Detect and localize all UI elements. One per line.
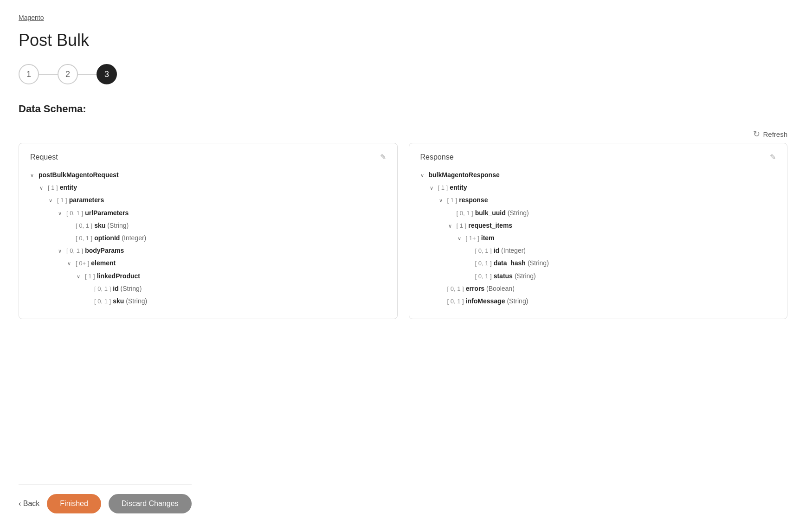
section-title: Data Schema: <box>19 103 787 115</box>
request-edit-icon[interactable]: ✎ <box>380 153 386 161</box>
tree-row: ∨ [ 1 ] request_items <box>420 219 776 232</box>
tree-row: ∨ [ 1+ ] item <box>420 232 776 244</box>
tree-row: [ 0, 1 ] id (Integer) <box>420 244 776 257</box>
tree-row: [ 0, 1 ] infoMessage (String) <box>420 295 776 308</box>
breadcrumb-link[interactable]: Magento <box>19 14 44 21</box>
tree-row: [ 0, 1 ] optionId (Integer) <box>30 232 386 244</box>
refresh-button[interactable]: ↻ Refresh <box>753 129 787 139</box>
finished-button[interactable]: Finished <box>47 494 101 513</box>
panels-row: Request ✎ ∨ postBulkMagentoRequest ∨ [ 1… <box>19 143 787 319</box>
tree-row: ∨ [ 1 ] entity <box>30 181 386 194</box>
tree-row: [ 0, 1 ] errors (Boolean) <box>420 282 776 295</box>
page-title: Post Bulk <box>19 31 787 50</box>
step-3[interactable]: 3 <box>97 64 117 84</box>
steps-container: 1 2 3 <box>19 64 787 84</box>
discard-button[interactable]: Discard Changes <box>109 494 192 513</box>
request-tree: ∨ postBulkMagentoRequest ∨ [ 1 ] entity … <box>30 169 386 308</box>
response-edit-icon[interactable]: ✎ <box>770 153 776 161</box>
tree-row: [ 0, 1 ] sku (String) <box>30 219 386 232</box>
tree-row: ∨ [ 0+ ] element <box>30 257 386 269</box>
bottom-bar: ‹ Back Finished Discard Changes <box>19 484 192 513</box>
step-2-label: 2 <box>65 70 70 79</box>
step-3-label: 3 <box>104 70 109 79</box>
tree-row: [ 0, 1 ] sku (String) <box>30 295 386 308</box>
request-panel-label: Request <box>30 153 58 161</box>
response-tree: ∨ bulkMagentoResponse ∨ [ 1 ] entity ∨ [… <box>420 169 776 308</box>
tree-row: ∨ [ 0, 1 ] bodyParams <box>30 244 386 257</box>
node-label: bulkMagentoResponse <box>429 169 500 181</box>
page-container: Magento Post Bulk 1 2 3 Data Schema: ↻ R… <box>0 0 806 532</box>
tree-row: [ 0, 1 ] id (String) <box>30 282 386 295</box>
tree-row: ∨ bulkMagentoResponse <box>420 169 776 181</box>
request-panel-header: Request ✎ <box>30 153 386 161</box>
node-label: postBulkMagentoRequest <box>39 169 119 181</box>
step-1-label: 1 <box>26 70 31 79</box>
request-panel: Request ✎ ∨ postBulkMagentoRequest ∨ [ 1… <box>19 143 398 319</box>
tree-row: ∨ [ 1 ] linkedProduct <box>30 270 386 282</box>
tree-row: ∨ [ 1 ] entity <box>420 181 776 194</box>
tree-row: ∨ [ 0, 1 ] urlParameters <box>30 207 386 219</box>
back-button[interactable]: ‹ Back <box>19 500 39 508</box>
response-panel-header: Response ✎ <box>420 153 776 161</box>
tree-row: [ 0, 1 ] data_hash (String) <box>420 257 776 269</box>
refresh-icon: ↻ <box>753 129 760 139</box>
tree-row: ∨ [ 1 ] response <box>420 194 776 206</box>
step-1[interactable]: 1 <box>19 64 39 84</box>
step-line-2 <box>78 74 97 75</box>
tree-row: ∨ [ 1 ] parameters <box>30 194 386 206</box>
toolbar-row: ↻ Refresh <box>19 129 787 139</box>
refresh-label: Refresh <box>763 130 787 138</box>
breadcrumb: Magento <box>19 14 787 21</box>
tree-row: [ 0, 1 ] status (String) <box>420 270 776 282</box>
tree-row: ∨ postBulkMagentoRequest <box>30 169 386 181</box>
response-panel: Response ✎ ∨ bulkMagentoResponse ∨ [ 1 ]… <box>409 143 788 319</box>
response-panel-label: Response <box>420 153 454 161</box>
tree-row: [ 0, 1 ] bulk_uuid (String) <box>420 207 776 219</box>
step-2[interactable]: 2 <box>58 64 78 84</box>
step-line-1 <box>39 74 58 75</box>
